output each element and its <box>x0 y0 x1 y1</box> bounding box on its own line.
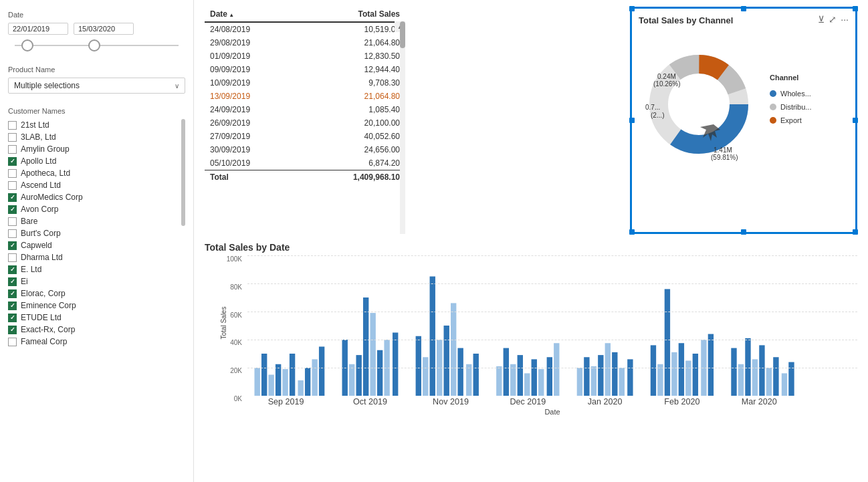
customer-list-item[interactable]: Avon Corp <box>8 203 179 215</box>
resize-handle-mid-bottom[interactable] <box>741 229 746 235</box>
table-cell-sales: 20,100.00 <box>299 116 405 130</box>
date-end-input[interactable] <box>74 23 134 35</box>
customer-checkbox[interactable] <box>8 338 17 346</box>
y-label-60k: 60K <box>230 312 242 319</box>
resize-handle-bottom-right[interactable] <box>853 229 858 235</box>
table-cell-date: 30/09/2019 <box>205 143 299 156</box>
resize-handle-mid-left[interactable] <box>629 118 635 123</box>
customer-checkbox[interactable] <box>8 314 17 322</box>
customer-list-item[interactable]: E. Ltd <box>8 263 179 275</box>
customer-checkbox[interactable] <box>8 193 17 202</box>
bar <box>782 373 787 396</box>
focus-icon[interactable]: ⤢ <box>829 14 837 25</box>
y-label-0k: 0K <box>234 395 242 402</box>
date-slider[interactable] <box>8 39 185 52</box>
table-total-label: Total <box>205 170 299 185</box>
customer-list-item[interactable]: Elorac, Corp <box>8 287 179 299</box>
table-cell-sales: 12,830.50 <box>299 49 405 63</box>
bar <box>451 303 456 396</box>
customer-list-item[interactable]: Dharma Ltd <box>8 251 179 263</box>
table-scrollbar[interactable]: ▲ ▼ <box>400 21 405 234</box>
customer-checkbox[interactable] <box>8 169 17 178</box>
legend-label-wholesale: Wholes... <box>780 90 811 98</box>
customer-list: 21st Ltd3LAB, LtdAmylin GroupApollo LtdA… <box>8 119 179 348</box>
customer-checkbox[interactable] <box>8 181 17 190</box>
table-cell-sales: 6,874.20 <box>299 156 405 170</box>
table-header-sales[interactable]: Total Sales <box>299 7 405 22</box>
table-scrollbar-thumb[interactable] <box>400 21 405 48</box>
customer-scrollbar[interactable] <box>181 119 185 226</box>
customer-list-item[interactable]: Capweld <box>8 239 179 251</box>
customer-checkbox[interactable] <box>8 241 17 250</box>
customer-checkbox[interactable] <box>8 326 17 334</box>
customer-list-item[interactable]: Burt's Corp <box>8 227 179 239</box>
bar <box>261 354 267 396</box>
customer-list-item[interactable]: 3LAB, Ltd <box>8 131 179 143</box>
customer-list-item[interactable]: Apollo Ltd <box>8 155 179 167</box>
customer-checkbox[interactable] <box>8 265 17 274</box>
customer-name: Burt's Corp <box>21 229 61 238</box>
customer-checkbox[interactable] <box>8 302 17 310</box>
customer-list-item[interactable]: Ei <box>8 275 179 287</box>
customer-list-wrapper: 21st Ltd3LAB, LtdAmylin GroupApollo LtdA… <box>8 119 185 348</box>
bar <box>363 297 368 396</box>
bar <box>349 364 354 396</box>
customer-checkbox[interactable] <box>8 157 17 166</box>
customer-list-item[interactable]: Amylin Group <box>8 143 179 155</box>
customer-list-item[interactable]: 21st Ltd <box>8 119 179 131</box>
customer-list-item[interactable]: ETUDE Ltd <box>8 312 179 324</box>
donut-label-whole-value: 1.41M <box>714 146 732 154</box>
customer-checkbox[interactable] <box>8 277 17 286</box>
bar <box>584 357 589 396</box>
customer-list-item[interactable]: Eminence Corp <box>8 299 179 312</box>
slider-handle-right[interactable] <box>88 39 100 51</box>
customer-list-item[interactable]: Exact-Rx, Corp <box>8 324 179 336</box>
x-label-jan: Jan 2020 <box>588 397 623 406</box>
resize-handle-top-left[interactable] <box>629 6 635 11</box>
customer-checkbox[interactable] <box>8 289 17 298</box>
chevron-down-icon: ∨ <box>175 82 179 90</box>
customer-list-item[interactable]: Ascend Ltd <box>8 179 179 191</box>
table-cell-date: 10/09/2019 <box>205 76 299 90</box>
bar <box>393 333 398 396</box>
more-icon[interactable]: ··· <box>841 14 849 25</box>
customer-list-item[interactable]: AuroMedics Corp <box>8 191 179 203</box>
filter-icon[interactable]: ⊻ <box>818 14 825 25</box>
bar <box>752 359 758 396</box>
sidebar: Date Product Name Multiple selections ∨ … <box>0 0 194 482</box>
product-dropdown[interactable]: Multiple selections ∨ <box>8 78 185 94</box>
customer-list-container: 21st Ltd3LAB, LtdAmylin GroupApollo LtdA… <box>8 119 179 348</box>
customer-checkbox[interactable] <box>8 217 17 226</box>
resize-handle-mid-top[interactable] <box>741 6 746 11</box>
customer-checkbox[interactable] <box>8 253 17 262</box>
customer-checkbox[interactable] <box>8 229 17 238</box>
slider-handle-left[interactable] <box>21 39 33 51</box>
date-start-input[interactable] <box>8 23 68 35</box>
table-header-date[interactable]: Date <box>205 7 299 22</box>
bar <box>671 352 677 396</box>
legend-label-export: Export <box>780 116 802 124</box>
customer-checkbox[interactable] <box>8 121 17 130</box>
customer-checkbox[interactable] <box>8 145 17 154</box>
table-cell-date: 05/10/2019 <box>205 156 299 170</box>
customer-name: ETUDE Ltd <box>21 313 62 322</box>
customer-checkbox[interactable] <box>8 133 17 142</box>
table-cell-sales: 40,052.60 <box>299 130 405 143</box>
donut-label-dist-pct: (2...) <box>651 112 665 119</box>
customer-list-item[interactable]: Bare <box>8 215 179 227</box>
resize-handle-top-right[interactable] <box>853 6 858 11</box>
customer-list-item[interactable]: Apotheca, Ltd <box>8 167 179 179</box>
customer-name: 3LAB, Ltd <box>21 132 56 142</box>
bar <box>298 380 303 396</box>
resize-handle-mid-right[interactable] <box>853 118 858 123</box>
donut-label-export-value: 0.24M <box>657 73 676 80</box>
table-row: 29/08/201921,064.80 <box>205 36 405 49</box>
resize-handle-bottom-left[interactable] <box>629 229 635 235</box>
customer-checkbox[interactable] <box>8 205 17 214</box>
legend-dot-distributor <box>770 104 776 110</box>
table-row: 24/09/20191,085.40 <box>205 103 405 116</box>
customer-list-item[interactable]: Fameal Corp <box>8 336 179 348</box>
donut-label-whole-pct: (59.81%) <box>711 154 738 161</box>
table-cell-sales: 21,064.80 <box>299 36 405 49</box>
customer-name: Exact-Rx, Corp <box>21 325 75 334</box>
